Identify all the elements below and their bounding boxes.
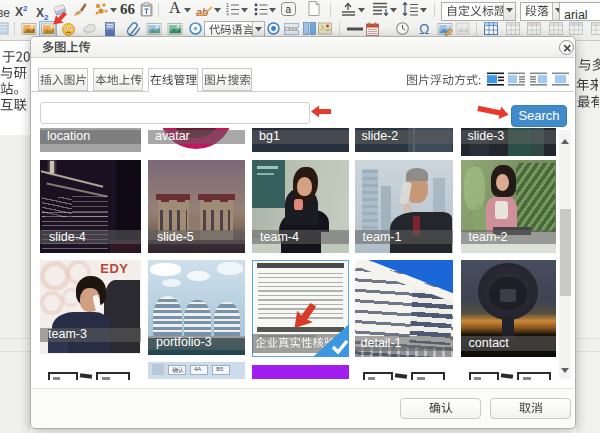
svg-text:a: a xyxy=(286,4,292,15)
svg-text:3: 3 xyxy=(226,12,229,16)
